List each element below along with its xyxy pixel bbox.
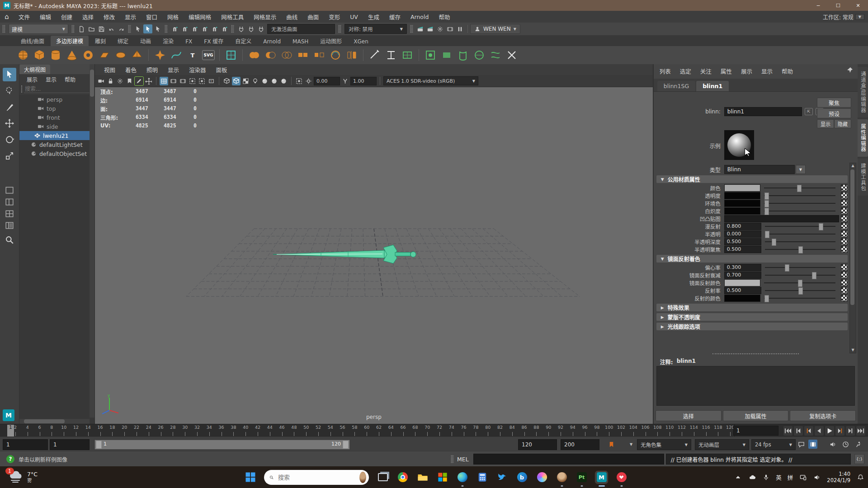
outliner-vertical-scrollbar[interactable] (90, 64, 94, 418)
uv-spherical-icon[interactable] (472, 48, 486, 62)
taskbar-search[interactable] (264, 470, 369, 485)
go-to-start-button[interactable] (783, 426, 793, 436)
show-button[interactable]: 显示 (817, 119, 834, 128)
film-gate-icon[interactable] (169, 77, 178, 85)
outliner-menu-2[interactable]: 显示 (42, 75, 60, 83)
bookmark-view-icon[interactable] (125, 77, 134, 85)
blue-bird-app-icon[interactable] (496, 471, 508, 483)
viewport-menu-2[interactable]: 着色 (121, 66, 141, 74)
snap-view-plane-icon[interactable] (210, 24, 219, 33)
cut-sew-uv-icon[interactable] (505, 48, 519, 62)
ae-menu-1[interactable]: 列表 (656, 67, 675, 75)
outliner-item-defaultObjectSet[interactable]: defaultObjectSet (19, 149, 94, 158)
menu-item-16[interactable]: 生成 (363, 13, 384, 21)
sword-mesh[interactable] (273, 245, 416, 263)
uv-planar-icon[interactable] (440, 48, 453, 62)
two-pane-layout[interactable] (3, 197, 16, 207)
paint-select-tool[interactable] (3, 100, 16, 114)
snap-point-icon[interactable] (190, 24, 199, 33)
menu-item-3[interactable]: 创建 (56, 13, 77, 21)
shelf-tab-5[interactable]: 动画 (135, 36, 156, 46)
menu-item-8[interactable]: 网格 (162, 13, 184, 21)
collapse-icon[interactable]: ▼ (661, 257, 664, 261)
zoom-tool[interactable] (3, 233, 16, 247)
attribute-slider[interactable] (764, 295, 835, 301)
swap-in-icon[interactable]: ⇱ (805, 108, 813, 115)
outliner-search-input[interactable] (24, 85, 94, 93)
construction-history-icon[interactable] (256, 24, 265, 33)
rotate-tool[interactable] (3, 133, 16, 146)
poly-plane-icon[interactable] (98, 48, 111, 62)
outliner-item-front[interactable]: front (19, 113, 94, 122)
animation-end-field[interactable]: 200 (561, 439, 599, 450)
ae-tab-blinn1[interactable]: blinn1 (696, 81, 729, 91)
poly-cube-icon[interactable] (33, 48, 46, 62)
attribute-slider[interactable] (765, 272, 835, 278)
start-button[interactable] (244, 471, 256, 483)
boolean-intersect-icon[interactable] (280, 48, 293, 62)
display-render-view-icon[interactable] (445, 24, 454, 33)
screen-space-ao-icon[interactable] (270, 77, 278, 85)
uv-cylindrical-icon[interactable] (456, 48, 470, 62)
texture-map-button[interactable] (841, 287, 848, 294)
red-app-icon[interactable] (615, 471, 627, 483)
ime-pinyin-indicator[interactable]: 拼 (788, 473, 793, 482)
safe-title-icon[interactable]: T (207, 77, 216, 85)
attribute-slider[interactable] (765, 239, 835, 245)
smooth-icon[interactable] (329, 48, 342, 62)
current-frame-marker[interactable]: 1 (7, 425, 14, 436)
copy-tab-button[interactable]: 复制选项卡 (790, 410, 856, 421)
multi-cut-icon[interactable] (368, 48, 382, 62)
curve-tool-icon[interactable] (170, 48, 183, 62)
chrome-icon[interactable] (396, 471, 409, 483)
snap-curve-icon[interactable] (180, 24, 189, 33)
single-pane-layout[interactable] (3, 185, 16, 195)
slider-thumb[interactable] (764, 295, 769, 302)
texture-map-button[interactable] (841, 223, 848, 230)
edge-icon[interactable] (456, 471, 468, 483)
section-header-5[interactable]: ▶光线跟踪选项 (656, 323, 848, 330)
value-field[interactable]: 0.700 (724, 272, 761, 279)
pause-viewport-icon[interactable] (455, 24, 464, 33)
color-swatch[interactable] (724, 184, 760, 192)
ae-menu-2[interactable]: 选定 (676, 67, 695, 75)
super-shape-icon[interactable] (153, 48, 167, 62)
texture-map-button[interactable] (841, 272, 848, 278)
presets-button[interactable]: 预设 (817, 108, 851, 118)
select-hierarchy-icon[interactable] (133, 24, 142, 33)
ae-menu-4[interactable]: 属性 (717, 67, 736, 75)
attribute-slider[interactable] (765, 231, 835, 237)
four-pane-layout[interactable] (3, 209, 16, 219)
step-forward-key-button[interactable] (835, 426, 844, 436)
menu-item-6[interactable]: 显示 (120, 13, 141, 21)
ae-menu-7[interactable]: 帮助 (778, 67, 797, 75)
save-scene-icon[interactable] (97, 24, 106, 33)
maya-app-icon[interactable]: M (595, 471, 608, 483)
copilot-icon[interactable] (536, 471, 548, 483)
step-back-frame-button[interactable] (794, 426, 803, 436)
map-field[interactable] (724, 215, 839, 222)
shelf-tab-1[interactable]: 曲线/曲面 (15, 36, 50, 46)
ae-tab-blinn1SG[interactable]: blinn1SG (657, 81, 695, 91)
snap-projected-center-icon[interactable] (200, 24, 209, 33)
chevron-down-icon[interactable]: ▼ (796, 165, 806, 174)
poly-sphere-icon[interactable] (16, 48, 30, 62)
outliner-item-top[interactable]: top (19, 104, 94, 113)
viewport-menu-4[interactable]: 显示 (163, 66, 184, 74)
outliner-horizontal-scrollbar[interactable] (19, 419, 90, 424)
ae-menu-3[interactable]: 关注 (696, 67, 716, 75)
use-all-lights-icon[interactable] (251, 77, 259, 85)
make-live-icon[interactable] (220, 24, 229, 33)
slider-thumb[interactable] (798, 280, 802, 287)
uv-automatic-icon[interactable] (424, 48, 437, 62)
render-settings-icon[interactable] (435, 24, 444, 33)
menu-item-17[interactable]: 缓存 (384, 13, 406, 21)
attribute-slider[interactable] (765, 223, 835, 230)
output-connections-icon[interactable] (246, 24, 255, 33)
expand-icon[interactable]: ▶ (661, 324, 664, 329)
outliner-item-lwenlu21[interactable]: lwenlu21 (19, 131, 94, 140)
range-slider-bar[interactable]: 1 120 (94, 439, 350, 450)
outliner-menu-1[interactable]: 展示 (23, 75, 41, 83)
play-backwards-button[interactable] (815, 426, 824, 436)
select-tool[interactable] (3, 68, 16, 81)
